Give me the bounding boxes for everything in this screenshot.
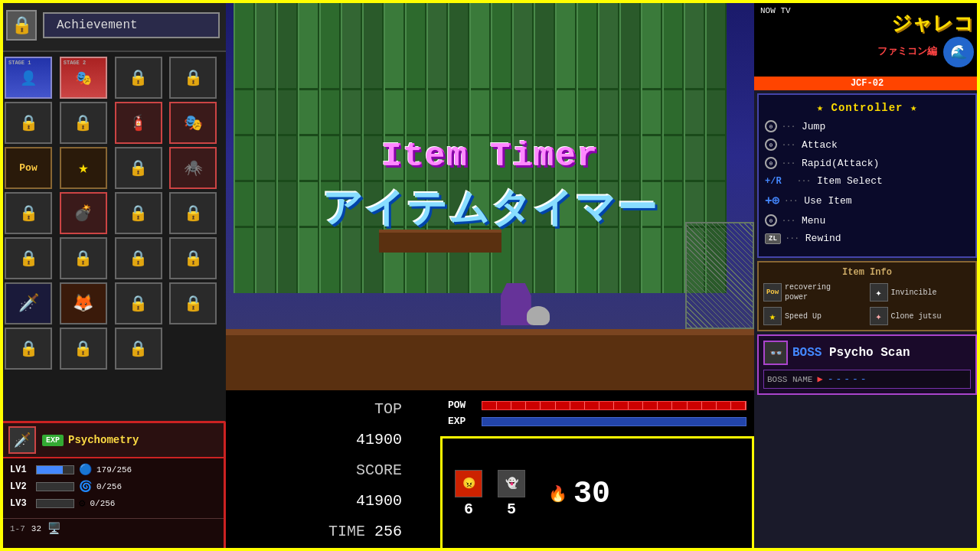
lv1-value: 179/256 [96, 465, 132, 474]
controller-panel: ★ Controller ★ ⊙ ··· Jump ⊙ ··· Attack ⊙… [757, 93, 977, 258]
status-id: 1-7 [10, 524, 25, 533]
item-info-3: ★ Speed Up [763, 307, 865, 325]
item-pow-icon: Pow [763, 283, 782, 302]
item-clone-icon: ✦ [870, 307, 888, 325]
jump-label: Jump [802, 121, 825, 132]
item-select-btn-icon: +/R [765, 176, 792, 187]
item-info-4: ✦ Clone jutsu [870, 307, 972, 325]
ctrl-attack: ⊙ ··· Attack [765, 139, 969, 151]
score-value: 41900 [356, 492, 402, 510]
rapid-label: Rapid(Attack) [802, 158, 879, 169]
jaleco-sub-text: ファミコン編 🌊 [877, 37, 974, 67]
attack-btn-icon: ⊙ [765, 139, 777, 151]
lives-icon: 🔥 [548, 484, 567, 504]
stage-cell-11[interactable]: 🔒 [115, 147, 162, 189]
ctrl-jump: ⊙ ··· Jump [765, 120, 969, 132]
stage-cell-16[interactable]: 🔒 [169, 192, 217, 234]
right-panel: NOW TV ジャレコ ファミコン編 🌊 JCF-02 ★ Controller… [754, 0, 980, 551]
lives-container: 🔥 30 [548, 477, 610, 511]
ctrl-menu: ⊙ ··· Menu [765, 214, 969, 227]
achievement-label[interactable]: Achievement [43, 12, 220, 38]
ctrl-rewind: ZL ··· Rewind [765, 233, 969, 244]
stage-cell-2[interactable]: STAGE 2 🎭 [60, 57, 107, 99]
creature-sprite [527, 306, 550, 325]
ctrl-use-item: +⊕ ··· Use Item [765, 193, 969, 208]
stage-cell-6[interactable]: 🔒 [60, 102, 107, 144]
achievement-lock-icon[interactable]: 🔒 [6, 10, 37, 41]
pow-ticks [482, 402, 746, 409]
stage-cell-7[interactable]: 🧯 [115, 102, 162, 144]
stage-cell-17[interactable]: 🔒 [5, 237, 52, 279]
item-info-title: Item Info [763, 267, 971, 278]
rewind-label: Rewind [805, 233, 841, 244]
stage-cell-22[interactable]: 🦊 [60, 282, 107, 324]
ground [226, 329, 754, 390]
game-area: Item Timer アイテムタイマー [226, 0, 754, 390]
score-panel: TOP 41900 SCORE 41900 TIME 256 [226, 390, 440, 551]
stage-cell-4[interactable]: 🔒 [169, 57, 217, 99]
stage-cell-26[interactable]: 🔒 [60, 328, 107, 370]
exp-title: Psychometry [68, 434, 139, 446]
game-title-jp: アイテムタイマー [322, 181, 658, 235]
wave-badge: 🌊 [943, 37, 974, 67]
item-invincible-text: Invincible [891, 288, 937, 298]
use-item-btn-icon: +⊕ [765, 193, 779, 208]
item-info-rows: Pow recoveringpower ✦ Invincible ★ Speed… [763, 282, 971, 325]
item-info-2: ✦ Invincible [870, 282, 972, 302]
boss-panel: 👓 BOSS Psycho Scan BOSS NAME ▶ ----- [757, 334, 977, 395]
pow-label: POW [448, 399, 475, 411]
achievement-bar: 🔒 Achievement [0, 0, 226, 52]
stage-cell-8[interactable]: 🎭 [169, 102, 217, 144]
stage-cell-12[interactable]: 🕷️ [169, 147, 217, 189]
lv2-row: LV2 🌀 0/256 [10, 480, 216, 493]
exp-panel: 🗡️ EXP Psychometry LV1 🔵 179/256 LV2 🌀 0… [0, 421, 226, 551]
boss-title: BOSS Psycho Scan [792, 346, 910, 360]
stage-cell-24[interactable]: 🔒 [169, 282, 217, 324]
left-panel: 🔒 Achievement STAGE 1 👤 STAGE 2 🎭 🔒 🔒 🔒 … [0, 0, 226, 551]
rapid-btn-icon: ⊙ [765, 157, 777, 169]
item-select-label: Item Select [817, 175, 883, 187]
boss-name-label: BOSS NAME [767, 375, 812, 384]
stage-cell-23[interactable]: 🔒 [115, 282, 162, 324]
item-info-panel: Item Info Pow recoveringpower ✦ Invincib… [757, 261, 977, 331]
inv-slot-1: 😠 6 [455, 470, 482, 518]
char-avatar: 🗡️ [8, 426, 36, 454]
inv-slot-2: 👻 5 [498, 470, 525, 518]
stage-cell-18[interactable]: 🔒 [60, 237, 107, 279]
inventory-panel: 😠 6 👻 5 🔥 30 [440, 436, 754, 551]
pow-row: POW [448, 399, 746, 411]
use-item-label: Use Item [804, 195, 851, 207]
stage-cell-27[interactable]: 🔒 [115, 328, 162, 370]
stage-cell-14[interactable]: 💣 [60, 192, 107, 234]
top-row: TOP 41900 [264, 394, 402, 455]
item-clone-text: Clone jutsu [891, 311, 942, 321]
score-label: SCORE [356, 461, 402, 479]
stage-cell-19[interactable]: 🔒 [115, 237, 162, 279]
time-row: TIME 256 [264, 517, 402, 547]
boss-name-dashes: ----- [828, 373, 869, 385]
stage-cell-13[interactable]: 🔒 [5, 192, 52, 234]
item-speed-text: Speed Up [785, 311, 822, 321]
lv1-row: LV1 🔵 179/256 [10, 463, 216, 476]
stage-cell-15[interactable]: 🔒 [115, 192, 162, 234]
stage-cell-25[interactable]: 🔒 [5, 328, 52, 370]
pow-exp-panel: POW EXP [440, 390, 754, 436]
stage-cell-9[interactable]: Pow [5, 147, 52, 189]
stage-cell-21[interactable]: 🗡️ [5, 282, 52, 324]
stage-cell-1[interactable]: STAGE 1 👤 [5, 57, 52, 99]
bottom-status: 1-7 32 🖥️ [2, 518, 224, 538]
exp-header: 🗡️ EXP Psychometry [2, 423, 224, 458]
boss-name-arrow: ▶ [817, 373, 822, 385]
exp-badge: EXP [42, 435, 64, 446]
inv-count-1: 6 [464, 500, 473, 518]
now-tv-area: NOW TV ジャレコ ファミコン編 🌊 [754, 0, 980, 77]
stage-cell-10[interactable]: ★ [60, 147, 107, 189]
stage-cell-20[interactable]: 🔒 [169, 237, 217, 279]
stage-cell-5[interactable]: 🔒 [5, 102, 52, 144]
controller-title: ★ Controller ★ [765, 101, 969, 114]
jump-btn-icon: ⊙ [765, 120, 777, 132]
pow-bar [482, 401, 746, 410]
stage-cell-3[interactable]: 🔒 [115, 57, 162, 99]
ctrl-item-select: +/R ··· Item Select [765, 175, 969, 187]
lv2-bar [36, 482, 74, 491]
